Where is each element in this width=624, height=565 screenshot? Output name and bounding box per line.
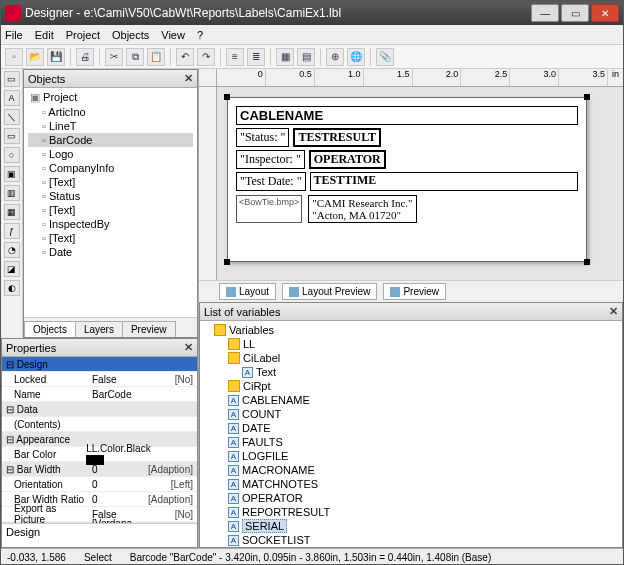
property-row[interactable]: Bar ColorLL.Color.Black [2, 447, 197, 462]
var-attr[interactable]: AFAULTS [202, 435, 620, 449]
property-row[interactable]: Orientation0[Left] [2, 477, 197, 492]
tab-objects[interactable]: Objects [24, 321, 76, 337]
cut-icon[interactable]: ✂ [105, 48, 123, 66]
maximize-button[interactable]: ▭ [561, 4, 589, 22]
properties-grid[interactable]: ⊟ DesignLockedFalse[No]NameBarCode⊟ Data… [2, 357, 197, 523]
save-icon[interactable]: 💾 [47, 48, 65, 66]
variables-tree[interactable]: VariablesLLCiLabelATextCiRptACABLENAMEAC… [200, 321, 622, 547]
copy-icon[interactable]: ⧉ [126, 48, 144, 66]
tool-text-icon[interactable]: A [4, 90, 20, 106]
layer-2-icon[interactable]: ▤ [297, 48, 315, 66]
field-testresult[interactable]: TESTRESULT [293, 128, 381, 147]
attach-icon[interactable]: 📎 [376, 48, 394, 66]
menu-project[interactable]: Project [66, 29, 100, 41]
new-icon[interactable]: ▫ [5, 48, 23, 66]
field-cablename[interactable]: CABLENAME [236, 106, 578, 125]
var-attr[interactable]: ASERIAL [202, 519, 620, 533]
tree-item[interactable]: ArticIno [28, 105, 193, 119]
menu-help[interactable]: ? [197, 29, 203, 41]
align-1-icon[interactable]: ≡ [226, 48, 244, 66]
field-address[interactable]: "CAMI Research Inc." "Acton, MA 01720" [308, 195, 416, 223]
zoom-icon[interactable]: ⊕ [326, 48, 344, 66]
align-2-icon[interactable]: ≣ [247, 48, 265, 66]
menu-file[interactable]: File [5, 29, 23, 41]
var-attr[interactable]: AMATCHNOTES [202, 477, 620, 491]
tool-select-icon[interactable]: ▭ [4, 71, 20, 87]
tool-formula-icon[interactable]: ƒ [4, 223, 20, 239]
property-category[interactable]: ⊟ Design [2, 357, 197, 372]
property-row[interactable]: (Contents) [2, 417, 197, 432]
property-row[interactable]: LockedFalse[No] [2, 372, 197, 387]
tree-item[interactable]: Status [28, 189, 193, 203]
ruler-tick: 2.0 [413, 69, 462, 86]
label-inspector[interactable]: "Inspector: " [236, 150, 305, 169]
properties-title: Properties [6, 342, 56, 354]
tree-item[interactable]: [Text] [28, 203, 193, 217]
tool-html-icon[interactable]: ◐ [4, 280, 20, 296]
tree-item[interactable]: InspectedBy [28, 217, 193, 231]
objects-close-icon[interactable]: ✕ [184, 72, 193, 85]
tree-item[interactable]: LineT [28, 119, 193, 133]
field-bitmap[interactable]: <BowTie.bmp> [236, 195, 302, 223]
label-page[interactable]: CABLENAME "Status: " TESTRESULT "Inspect… [227, 97, 587, 262]
close-button[interactable]: ✕ [591, 4, 619, 22]
redo-icon[interactable]: ↷ [197, 48, 215, 66]
tree-item[interactable]: Logo [28, 147, 193, 161]
property-category[interactable]: ⊟ Data [2, 402, 197, 417]
tool-table-icon[interactable]: ▦ [4, 204, 20, 220]
var-folder[interactable]: CiRpt [202, 379, 620, 393]
tool-image-icon[interactable]: ▣ [4, 166, 20, 182]
objects-tree[interactable]: Project ArticIno LineT BarCode Logo Comp… [24, 88, 197, 317]
menu-edit[interactable]: Edit [35, 29, 54, 41]
minimize-button[interactable]: — [531, 4, 559, 22]
tree-root[interactable]: Project [28, 90, 193, 105]
menu-objects[interactable]: Objects [112, 29, 149, 41]
open-icon[interactable]: 📂 [26, 48, 44, 66]
paste-icon[interactable]: 📋 [147, 48, 165, 66]
tab-preview[interactable]: Preview [122, 321, 176, 337]
status-mode: Select [84, 552, 112, 563]
tab-layout[interactable]: Layout [219, 283, 276, 300]
tab-canvas-preview[interactable]: Preview [383, 283, 446, 300]
tree-item[interactable]: [Text] [28, 231, 193, 245]
var-attr[interactable]: AText [202, 365, 620, 379]
property-row[interactable]: NameBarCode [2, 387, 197, 402]
property-category[interactable]: ⊟ Bar Width0[Adaption] [2, 462, 197, 477]
layer-1-icon[interactable]: ▦ [276, 48, 294, 66]
status-bar: -0.033, 1.586 Select Barcode "BarCode" -… [1, 548, 623, 565]
undo-icon[interactable]: ↶ [176, 48, 194, 66]
tool-rect-icon[interactable]: ▭ [4, 128, 20, 144]
var-folder[interactable]: LL [202, 337, 620, 351]
tree-item[interactable]: Date [28, 245, 193, 259]
var-attr[interactable]: AREPORTRESULT [202, 505, 620, 519]
tool-barcode-icon[interactable]: ▥ [4, 185, 20, 201]
tab-layers[interactable]: Layers [75, 321, 123, 337]
var-attr[interactable]: ALOGFILE [202, 449, 620, 463]
tree-item[interactable]: [Text] [28, 175, 193, 189]
tree-item-selected[interactable]: BarCode [28, 133, 193, 147]
var-folder[interactable]: CiLabel [202, 351, 620, 365]
properties-close-icon[interactable]: ✕ [184, 341, 193, 354]
print-icon[interactable]: 🖨 [76, 48, 94, 66]
var-attr[interactable]: ADATE [202, 421, 620, 435]
tree-item[interactable]: CompanyInfo [28, 161, 193, 175]
tab-layout-preview[interactable]: Layout Preview [282, 283, 377, 300]
var-attr[interactable]: ACOUNT [202, 407, 620, 421]
var-root[interactable]: Variables [202, 323, 620, 337]
variables-close-icon[interactable]: ✕ [609, 305, 618, 318]
tool-chart-icon[interactable]: ◔ [4, 242, 20, 258]
label-status[interactable]: "Status: " [236, 128, 289, 147]
var-attr[interactable]: AMACRONAME [202, 463, 620, 477]
var-attr[interactable]: ASOCKETLIST [202, 533, 620, 547]
field-operator[interactable]: OPERATOR [309, 150, 386, 169]
var-attr[interactable]: ACABLENAME [202, 393, 620, 407]
globe-icon[interactable]: 🌐 [347, 48, 365, 66]
field-testtime[interactable]: TESTTIME [310, 172, 578, 191]
design-canvas[interactable]: CABLENAME "Status: " TESTRESULT "Inspect… [217, 87, 623, 280]
label-testdate[interactable]: "Test Date: " [236, 172, 306, 191]
var-attr[interactable]: AOPERATOR [202, 491, 620, 505]
tool-ole-icon[interactable]: ◪ [4, 261, 20, 277]
tool-line-icon[interactable]: ＼ [4, 109, 20, 125]
menu-view[interactable]: View [161, 29, 185, 41]
tool-ellipse-icon[interactable]: ○ [4, 147, 20, 163]
